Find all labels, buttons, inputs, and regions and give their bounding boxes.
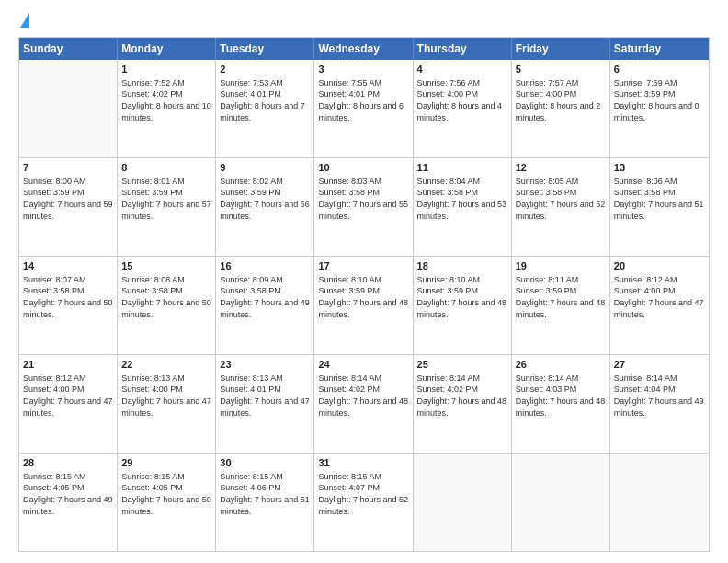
day-number: 22 [121,358,211,372]
day-number: 5 [516,63,606,76]
cal-cell: 17Sunrise: 8:10 AMSunset: 3:59 PMDayligh… [314,257,413,354]
day-number: 11 [417,161,507,175]
cal-cell [512,454,610,551]
cal-cell: 6Sunrise: 7:59 AMSunset: 3:59 PMDaylight… [610,60,709,157]
calendar-row-1: 1Sunrise: 7:52 AMSunset: 4:02 PMDaylight… [19,60,709,158]
cal-cell: 26Sunrise: 8:14 AMSunset: 4:03 PMDayligh… [512,355,610,453]
cell-info: Sunrise: 8:14 AMSunset: 4:02 PMDaylight:… [318,373,408,419]
day-number: 17 [318,259,408,273]
day-number: 19 [516,259,606,273]
cal-cell: 1Sunrise: 7:52 AMSunset: 4:02 PMDaylight… [118,60,216,157]
day-number: 27 [614,358,705,372]
cell-info: Sunrise: 8:15 AMSunset: 4:05 PMDaylight:… [23,471,113,517]
day-number: 4 [417,63,507,76]
cell-info: Sunrise: 7:52 AMSunset: 4:02 PMDaylight:… [121,77,211,123]
day-number: 7 [23,161,113,175]
cal-cell: 23Sunrise: 8:13 AMSunset: 4:01 PMDayligh… [216,355,314,453]
day-number: 26 [516,358,606,372]
cell-info: Sunrise: 8:14 AMSunset: 4:02 PMDaylight:… [417,373,507,419]
cell-info: Sunrise: 8:07 AMSunset: 3:58 PMDaylight:… [23,274,113,320]
day-number: 1 [121,63,211,76]
cal-cell: 20Sunrise: 8:12 AMSunset: 4:00 PMDayligh… [610,257,709,354]
cal-cell: 24Sunrise: 8:14 AMSunset: 4:02 PMDayligh… [314,355,413,453]
cal-cell: 18Sunrise: 8:10 AMSunset: 3:59 PMDayligh… [414,257,512,354]
cell-info: Sunrise: 8:10 AMSunset: 3:59 PMDaylight:… [318,274,408,320]
header-day-wednesday: Wednesday [314,38,413,60]
cell-info: Sunrise: 8:10 AMSunset: 3:59 PMDaylight:… [417,274,507,320]
cell-info: Sunrise: 8:11 AMSunset: 3:59 PMDaylight:… [516,274,606,320]
header-day-tuesday: Tuesday [216,38,314,60]
day-number: 31 [318,456,408,470]
cal-cell: 16Sunrise: 8:09 AMSunset: 3:58 PMDayligh… [216,257,314,354]
day-number: 12 [516,161,606,175]
cell-info: Sunrise: 7:56 AMSunset: 4:00 PMDaylight:… [417,77,507,123]
day-number: 18 [417,259,507,273]
cal-cell [610,454,709,551]
cell-info: Sunrise: 8:06 AMSunset: 3:58 PMDaylight:… [614,176,705,222]
header-day-friday: Friday [512,38,610,60]
cal-cell: 5Sunrise: 7:57 AMSunset: 4:00 PMDaylight… [512,60,610,157]
calendar-row-2: 7Sunrise: 8:00 AMSunset: 3:59 PMDaylight… [19,158,709,257]
cal-cell: 27Sunrise: 8:14 AMSunset: 4:04 PMDayligh… [610,355,709,453]
cell-info: Sunrise: 8:12 AMSunset: 4:00 PMDaylight:… [23,373,113,419]
day-number: 8 [121,161,211,175]
calendar-row-3: 14Sunrise: 8:07 AMSunset: 3:58 PMDayligh… [19,257,709,355]
cal-cell: 19Sunrise: 8:11 AMSunset: 3:59 PMDayligh… [512,257,610,354]
day-number: 3 [318,63,408,76]
cell-info: Sunrise: 8:14 AMSunset: 4:04 PMDaylight:… [614,373,705,419]
cell-info: Sunrise: 8:13 AMSunset: 4:01 PMDaylight:… [220,373,310,419]
header-day-monday: Monday [118,38,216,60]
cell-info: Sunrise: 8:13 AMSunset: 4:00 PMDaylight:… [121,373,211,419]
header-day-thursday: Thursday [414,38,512,60]
cell-info: Sunrise: 8:08 AMSunset: 3:58 PMDaylight:… [121,274,211,320]
cell-info: Sunrise: 7:53 AMSunset: 4:01 PMDaylight:… [220,77,310,123]
header-day-saturday: Saturday [610,38,709,60]
cal-cell: 9Sunrise: 8:02 AMSunset: 3:59 PMDaylight… [216,158,314,256]
cal-cell: 4Sunrise: 7:56 AMSunset: 4:00 PMDaylight… [414,60,512,157]
cell-info: Sunrise: 8:00 AMSunset: 3:59 PMDaylight:… [23,176,113,222]
cal-cell: 13Sunrise: 8:06 AMSunset: 3:58 PMDayligh… [610,158,709,256]
cal-cell [19,60,118,157]
day-number: 16 [220,259,310,273]
calendar-row-5: 28Sunrise: 8:15 AMSunset: 4:05 PMDayligh… [19,454,709,551]
header [18,17,710,28]
calendar-body: 1Sunrise: 7:52 AMSunset: 4:02 PMDaylight… [19,60,709,551]
cal-cell: 10Sunrise: 8:03 AMSunset: 3:58 PMDayligh… [314,158,413,256]
day-number: 23 [220,358,310,372]
header-day-sunday: Sunday [19,38,118,60]
cal-cell: 12Sunrise: 8:05 AMSunset: 3:58 PMDayligh… [512,158,610,256]
cal-cell: 14Sunrise: 8:07 AMSunset: 3:58 PMDayligh… [19,257,118,354]
cal-cell [414,454,512,551]
day-number: 15 [121,259,211,273]
calendar: SundayMondayTuesdayWednesdayThursdayFrid… [18,37,710,552]
logo [18,17,29,28]
cell-info: Sunrise: 7:59 AMSunset: 3:59 PMDaylight:… [614,77,705,123]
day-number: 13 [614,161,705,175]
cal-cell: 31Sunrise: 8:15 AMSunset: 4:07 PMDayligh… [314,454,413,551]
day-number: 2 [220,63,310,76]
day-number: 9 [220,161,310,175]
day-number: 20 [614,259,705,273]
cal-cell: 3Sunrise: 7:55 AMSunset: 4:01 PMDaylight… [314,60,413,157]
cell-info: Sunrise: 8:05 AMSunset: 3:58 PMDaylight:… [516,176,606,222]
cal-cell: 29Sunrise: 8:15 AMSunset: 4:05 PMDayligh… [118,454,216,551]
cell-info: Sunrise: 8:03 AMSunset: 3:58 PMDaylight:… [318,176,408,222]
cell-info: Sunrise: 7:57 AMSunset: 4:00 PMDaylight:… [516,77,606,123]
cell-info: Sunrise: 8:14 AMSunset: 4:03 PMDaylight:… [516,373,606,419]
cal-cell: 8Sunrise: 8:01 AMSunset: 3:59 PMDaylight… [118,158,216,256]
calendar-header: SundayMondayTuesdayWednesdayThursdayFrid… [19,38,709,60]
day-number: 14 [23,259,113,273]
cal-cell: 30Sunrise: 8:15 AMSunset: 4:06 PMDayligh… [216,454,314,551]
cell-info: Sunrise: 8:15 AMSunset: 4:06 PMDaylight:… [220,471,310,517]
day-number: 25 [417,358,507,372]
page: SundayMondayTuesdayWednesdayThursdayFrid… [0,0,728,563]
cal-cell: 11Sunrise: 8:04 AMSunset: 3:58 PMDayligh… [414,158,512,256]
cal-cell: 25Sunrise: 8:14 AMSunset: 4:02 PMDayligh… [414,355,512,453]
cell-info: Sunrise: 8:12 AMSunset: 4:00 PMDaylight:… [614,274,705,320]
cal-cell: 21Sunrise: 8:12 AMSunset: 4:00 PMDayligh… [19,355,118,453]
cal-cell: 22Sunrise: 8:13 AMSunset: 4:00 PMDayligh… [118,355,216,453]
cal-cell: 28Sunrise: 8:15 AMSunset: 4:05 PMDayligh… [19,454,118,551]
cal-cell: 7Sunrise: 8:00 AMSunset: 3:59 PMDaylight… [19,158,118,256]
cell-info: Sunrise: 8:15 AMSunset: 4:05 PMDaylight:… [121,471,211,517]
cell-info: Sunrise: 7:55 AMSunset: 4:01 PMDaylight:… [318,77,408,123]
